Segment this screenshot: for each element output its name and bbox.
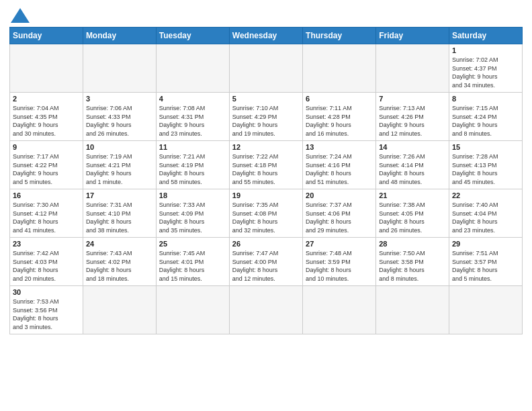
calendar-cell: 13Sunrise: 7:24 AMSunset: 4:16 PMDayligh… bbox=[303, 141, 376, 189]
day-info: Sunrise: 7:45 AMSunset: 4:01 PMDaylight:… bbox=[159, 249, 226, 283]
calendar-cell: 19Sunrise: 7:35 AMSunset: 4:08 PMDayligh… bbox=[229, 189, 302, 238]
calendar-cell: 27Sunrise: 7:48 AMSunset: 3:59 PMDayligh… bbox=[303, 238, 376, 286]
calendar-cell: 23Sunrise: 7:42 AMSunset: 4:03 PMDayligh… bbox=[10, 238, 83, 286]
calendar-cell: 29Sunrise: 7:51 AMSunset: 3:57 PMDayligh… bbox=[449, 238, 522, 286]
day-info: Sunrise: 7:28 AMSunset: 4:13 PMDaylight:… bbox=[452, 152, 519, 186]
day-number: 10 bbox=[86, 143, 153, 151]
day-number: 9 bbox=[13, 143, 80, 151]
day-number: 3 bbox=[86, 95, 153, 103]
calendar-cell bbox=[10, 44, 83, 93]
calendar-header-row: SundayMondayTuesdayWednesdayThursdayFrid… bbox=[10, 28, 523, 44]
calendar-week-row: 30Sunrise: 7:53 AMSunset: 3:56 PMDayligh… bbox=[10, 286, 523, 334]
calendar-cell: 24Sunrise: 7:43 AMSunset: 4:02 PMDayligh… bbox=[83, 238, 156, 286]
logo bbox=[9, 8, 30, 23]
calendar-cell: 22Sunrise: 7:40 AMSunset: 4:04 PMDayligh… bbox=[449, 189, 522, 238]
calendar-cell bbox=[156, 44, 229, 93]
day-info: Sunrise: 7:24 AMSunset: 4:16 PMDaylight:… bbox=[306, 152, 373, 186]
day-number: 26 bbox=[232, 240, 300, 248]
day-info: Sunrise: 7:51 AMSunset: 3:57 PMDaylight:… bbox=[452, 249, 519, 283]
calendar-cell: 10Sunrise: 7:19 AMSunset: 4:21 PMDayligh… bbox=[83, 141, 156, 189]
calendar-cell bbox=[303, 286, 376, 334]
calendar-cell: 14Sunrise: 7:26 AMSunset: 4:14 PMDayligh… bbox=[376, 141, 449, 189]
calendar-cell: 21Sunrise: 7:38 AMSunset: 4:05 PMDayligh… bbox=[376, 189, 449, 238]
calendar-cell: 25Sunrise: 7:45 AMSunset: 4:01 PMDayligh… bbox=[156, 238, 229, 286]
day-info: Sunrise: 7:42 AMSunset: 4:03 PMDaylight:… bbox=[13, 249, 80, 283]
weekday-header-saturday: Saturday bbox=[449, 28, 522, 44]
weekday-header-monday: Monday bbox=[83, 28, 156, 44]
day-info: Sunrise: 7:10 AMSunset: 4:29 PMDaylight:… bbox=[232, 104, 300, 138]
calendar-cell: 6Sunrise: 7:11 AMSunset: 4:28 PMDaylight… bbox=[303, 93, 376, 141]
calendar-cell bbox=[303, 44, 376, 93]
day-number: 2 bbox=[13, 95, 80, 103]
day-number: 29 bbox=[452, 240, 519, 248]
calendar-cell: 17Sunrise: 7:31 AMSunset: 4:10 PMDayligh… bbox=[83, 189, 156, 238]
calendar-cell: 12Sunrise: 7:22 AMSunset: 4:18 PMDayligh… bbox=[229, 141, 302, 189]
day-number: 27 bbox=[306, 240, 373, 248]
calendar-week-row: 1Sunrise: 7:02 AMSunset: 4:37 PMDaylight… bbox=[10, 44, 523, 93]
weekday-header-sunday: Sunday bbox=[10, 28, 83, 44]
weekday-header-tuesday: Tuesday bbox=[156, 28, 229, 44]
calendar-week-row: 2Sunrise: 7:04 AMSunset: 4:35 PMDaylight… bbox=[10, 93, 523, 141]
calendar-cell bbox=[83, 44, 156, 93]
calendar-cell: 8Sunrise: 7:15 AMSunset: 4:24 PMDaylight… bbox=[449, 93, 522, 141]
calendar-cell bbox=[376, 286, 449, 334]
day-info: Sunrise: 7:04 AMSunset: 4:35 PMDaylight:… bbox=[13, 104, 80, 138]
day-number: 7 bbox=[379, 95, 446, 103]
day-info: Sunrise: 7:50 AMSunset: 3:58 PMDaylight:… bbox=[379, 249, 446, 283]
day-info: Sunrise: 7:47 AMSunset: 4:00 PMDaylight:… bbox=[232, 249, 300, 283]
day-number: 19 bbox=[232, 191, 300, 199]
calendar-cell: 7Sunrise: 7:13 AMSunset: 4:26 PMDaylight… bbox=[376, 93, 449, 141]
day-info: Sunrise: 7:53 AMSunset: 3:56 PMDaylight:… bbox=[13, 298, 80, 331]
day-number: 13 bbox=[306, 143, 373, 151]
calendar-cell: 5Sunrise: 7:10 AMSunset: 4:29 PMDaylight… bbox=[229, 93, 302, 141]
weekday-header-wednesday: Wednesday bbox=[229, 28, 302, 44]
day-info: Sunrise: 7:15 AMSunset: 4:24 PMDaylight:… bbox=[452, 104, 519, 138]
day-info: Sunrise: 7:43 AMSunset: 4:02 PMDaylight:… bbox=[86, 249, 153, 283]
day-info: Sunrise: 7:19 AMSunset: 4:21 PMDaylight:… bbox=[86, 152, 153, 186]
calendar-cell bbox=[229, 44, 302, 93]
day-info: Sunrise: 7:26 AMSunset: 4:14 PMDaylight:… bbox=[379, 152, 446, 186]
calendar-cell bbox=[449, 286, 522, 334]
day-info: Sunrise: 7:17 AMSunset: 4:22 PMDaylight:… bbox=[13, 152, 80, 186]
day-info: Sunrise: 7:31 AMSunset: 4:10 PMDaylight:… bbox=[86, 201, 153, 234]
day-number: 30 bbox=[13, 288, 80, 296]
calendar-cell bbox=[229, 286, 302, 334]
day-number: 14 bbox=[379, 143, 446, 151]
calendar-cell: 11Sunrise: 7:21 AMSunset: 4:19 PMDayligh… bbox=[156, 141, 229, 189]
calendar-cell: 9Sunrise: 7:17 AMSunset: 4:22 PMDaylight… bbox=[10, 141, 83, 189]
calendar-week-row: 16Sunrise: 7:30 AMSunset: 4:12 PMDayligh… bbox=[10, 189, 523, 238]
calendar-cell: 16Sunrise: 7:30 AMSunset: 4:12 PMDayligh… bbox=[10, 189, 83, 238]
day-info: Sunrise: 7:35 AMSunset: 4:08 PMDaylight:… bbox=[232, 201, 300, 234]
calendar-cell: 20Sunrise: 7:37 AMSunset: 4:06 PMDayligh… bbox=[303, 189, 376, 238]
calendar-cell: 3Sunrise: 7:06 AMSunset: 4:33 PMDaylight… bbox=[83, 93, 156, 141]
day-info: Sunrise: 7:37 AMSunset: 4:06 PMDaylight:… bbox=[306, 201, 373, 234]
day-number: 8 bbox=[452, 95, 519, 103]
page-header bbox=[9, 8, 523, 23]
weekday-header-thursday: Thursday bbox=[303, 28, 376, 44]
day-number: 4 bbox=[159, 95, 226, 103]
day-info: Sunrise: 7:08 AMSunset: 4:31 PMDaylight:… bbox=[159, 104, 226, 138]
day-info: Sunrise: 7:40 AMSunset: 4:04 PMDaylight:… bbox=[452, 201, 519, 234]
calendar-cell bbox=[376, 44, 449, 93]
logo-icon bbox=[11, 8, 30, 23]
day-number: 1 bbox=[452, 46, 519, 54]
day-number: 28 bbox=[379, 240, 446, 248]
day-number: 23 bbox=[13, 240, 80, 248]
day-number: 15 bbox=[452, 143, 519, 151]
day-number: 17 bbox=[86, 191, 153, 199]
day-info: Sunrise: 7:33 AMSunset: 4:09 PMDaylight:… bbox=[159, 201, 226, 234]
day-info: Sunrise: 7:48 AMSunset: 3:59 PMDaylight:… bbox=[306, 249, 373, 283]
day-number: 22 bbox=[452, 191, 519, 199]
svg-marker-0 bbox=[11, 8, 30, 23]
day-info: Sunrise: 7:02 AMSunset: 4:37 PMDaylight:… bbox=[452, 56, 519, 89]
calendar-week-row: 23Sunrise: 7:42 AMSunset: 4:03 PMDayligh… bbox=[10, 238, 523, 286]
calendar-cell: 1Sunrise: 7:02 AMSunset: 4:37 PMDaylight… bbox=[449, 44, 522, 93]
day-number: 12 bbox=[232, 143, 300, 151]
calendar-cell: 28Sunrise: 7:50 AMSunset: 3:58 PMDayligh… bbox=[376, 238, 449, 286]
day-info: Sunrise: 7:11 AMSunset: 4:28 PMDaylight:… bbox=[306, 104, 373, 138]
calendar-cell bbox=[83, 286, 156, 334]
day-number: 21 bbox=[379, 191, 446, 199]
day-info: Sunrise: 7:06 AMSunset: 4:33 PMDaylight:… bbox=[86, 104, 153, 138]
day-number: 20 bbox=[306, 191, 373, 199]
calendar-cell: 18Sunrise: 7:33 AMSunset: 4:09 PMDayligh… bbox=[156, 189, 229, 238]
